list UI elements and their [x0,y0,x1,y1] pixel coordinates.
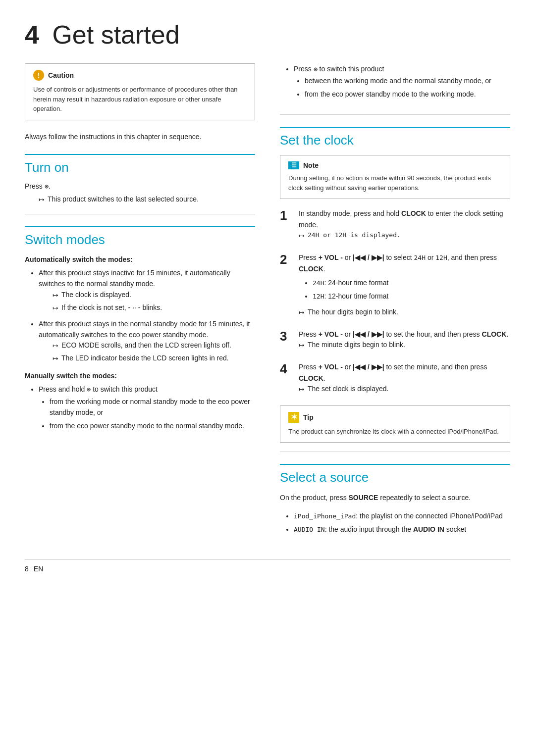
press-power-line: Press ⎈. [25,182,255,190]
arrow-item: ↦ The LED indicator beside the LCD scree… [53,353,255,364]
list-item: from the eco power standby mode to the w… [305,89,510,100]
tip-box: ✶ Tip The product can synchronize its cl… [280,405,510,443]
step-result: The hour digits begin to blink. [308,307,398,317]
caution-icon: ! [33,70,44,81]
step-4: 4 Press + VOL - or |◀◀ / ▶▶| to set the … [280,361,510,397]
list-item: Press and hold ⎈ to switch this product … [39,384,255,431]
arrow-icon: ↦ [299,384,305,395]
step-content: Press + VOL - or |◀◀ / ▶▶| to set the ho… [299,329,510,353]
arrow-item: ↦ The set clock is displayed. [299,384,510,395]
set-the-clock-title: Set the clock [280,127,510,148]
page-number: 8 [25,565,29,573]
page-footer: 8 EN [25,559,510,573]
arrow-icon: ↦ [53,290,58,301]
list-item: iPod_iPhone_iPad: the playlist on the co… [294,510,510,522]
note-text: During setting, if no action is made wit… [288,173,502,193]
step-1: 1 In standby mode, press and hold CLOCK … [280,208,510,243]
step-result: The set clock is displayed. [308,384,388,394]
caution-text: Use of controls or adjustments or perfor… [33,85,247,114]
list-item: from the eco power standby mode to the n… [50,420,255,431]
left-column: ! Caution Use of controls or adjustments… [25,63,255,540]
select-source-title: Select a source [280,464,510,485]
arrow-icon: ↦ [53,353,58,364]
arrow-item: ↦ 24H or 12H is displayed. [299,230,510,241]
arrow-icon: ↦ [39,195,45,205]
caution-label: Caution [48,71,74,79]
select-source-body: On the product, press SOURCE repeatedly … [280,492,510,503]
separator [25,214,255,214]
step-content: In standby mode, press and hold CLOCK to… [299,208,510,243]
step-number: 2 [280,252,292,267]
press-power-list: Press ⎈ to switch this product between t… [280,63,510,100]
arrow-item: ↦ ECO MODE scrolls, and then the LCD scr… [53,340,255,351]
right-column: Press ⎈ to switch this product between t… [280,63,510,540]
step-result: 24H or 12H is displayed. [308,230,401,240]
separator [280,452,510,452]
note-box: ☰ Note During setting, if no action is m… [280,155,510,199]
arrow-icon: ↦ [299,307,305,318]
list-item: between the working mode and the normal … [305,75,510,86]
turn-on-result: This product switches to the last select… [48,194,199,204]
sub-list: from the working mode or normal standby … [39,396,255,431]
step-content: Press + VOL - or |◀◀ / ▶▶| to select 24H… [299,252,510,320]
step-2: 2 Press + VOL - or |◀◀ / ▶▶| to select 2… [280,252,510,320]
tip-icon: ✶ [288,412,299,423]
auto-switch-title: Automatically switch the modes: [25,255,255,263]
step-number: 4 [280,361,292,377]
sub-list: between the working mode and the normal … [294,75,510,100]
list-item: 24H: 24-hour time format [313,277,510,289]
note-icon: ☰ [288,161,299,169]
clock-steps: 1 In standby mode, press and hold CLOCK … [280,208,510,397]
switch-modes-title: Switch modes [25,226,255,248]
step-result: The minute digits begin to blink. [308,340,405,350]
list-item: After this product stays inactive for 15… [39,267,255,313]
arrow-item: ↦ The hour digits begin to blink. [299,307,510,318]
note-header: ☰ Note [288,161,502,169]
arrow-icon: ↦ [299,231,305,241]
page-title: 4 Get started [25,20,510,50]
caution-box: ! Caution Use of controls or adjustments… [25,63,255,120]
arrow-item: ↦ If the clock is not set, - ·· - blinks… [53,302,255,313]
step-content: Press + VOL - or |◀◀ / ▶▶| to set the mi… [299,361,510,397]
turn-on-arrow-item: ↦ This product switches to the last sele… [39,194,255,205]
arrow-icon: ↦ [53,303,58,313]
list-item: from the working mode or normal standby … [50,396,255,418]
arrow-icon: ↦ [53,341,58,351]
arrow-icon: ↦ [299,340,305,351]
arrow-item: ↦ The minute digits begin to blink. [299,340,510,351]
caution-header: ! Caution [33,70,247,81]
tip-text: The product can synchronize its clock wi… [288,427,502,437]
arrow-text: The LED indicator beside the LCD screen … [61,353,229,363]
arrow-text: ECO MODE scrolls, and then the LCD scree… [61,340,231,351]
note-label: Note [303,161,319,169]
arrow-text: If the clock is not set, - ·· - blinks. [61,302,162,313]
page-lang: EN [34,565,43,573]
list-item: After this product stays in the normal s… [39,318,255,364]
manual-switch-list: Press and hold ⎈ to switch this product … [25,384,255,431]
tip-header: ✶ Tip [288,412,502,423]
list-item: 12H: 12-hour time format [313,291,510,302]
step-3: 3 Press + VOL - or |◀◀ / ▶▶| to set the … [280,329,510,353]
intro-text: Always follow the instructions in this c… [25,131,255,142]
step-number: 1 [280,208,292,223]
manual-switch-title: Manually switch the modes: [25,372,255,380]
arrow-text: The clock is displayed. [61,290,131,300]
arrow-item: ↦ The clock is displayed. [53,290,255,301]
source-list: iPod_iPhone_iPad: the playlist on the co… [280,510,510,535]
turn-on-title: Turn on [25,154,255,175]
list-item: Press ⎈ to switch this product between t… [294,63,510,100]
tip-label: Tip [303,413,314,421]
list-item: AUDIO IN: the audio input through the AU… [294,524,510,535]
step-number: 3 [280,329,292,344]
step-sub-list: 24H: 24-hour time format 12H: 12-hour ti… [299,277,510,302]
separator [280,114,510,115]
auto-switch-list: After this product stays inactive for 15… [25,267,255,364]
